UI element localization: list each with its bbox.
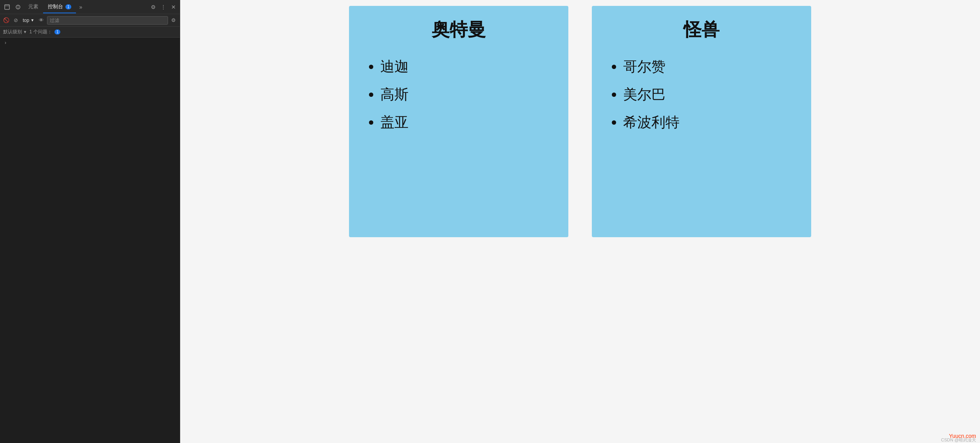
ultraman-title: 奥特曼: [365, 18, 553, 42]
chevron-down-icon: ▼: [31, 18, 34, 22]
more-tabs-icon[interactable]: »: [76, 2, 85, 12]
inspect-icon[interactable]: [2, 2, 13, 13]
list-item: 希波利特: [623, 113, 796, 132]
list-item: 迪迦: [380, 58, 553, 76]
tab-actions: ⚙ ⋮ ✕: [148, 2, 178, 12]
main-content: 奥特曼 迪迦 高斯 盖亚 怪兽 哥尔赞 美尔巴 希波利特: [180, 0, 980, 443]
devtools-toolbar: 🚫 ⊘ top ▼ 👁 ⚙: [0, 14, 180, 27]
list-item: 哥尔赞: [623, 58, 796, 76]
tab-console[interactable]: 控制台 1: [43, 1, 76, 13]
devtools-tabs-bar: 元素 控制台 1 » ⚙ ⋮ ✕: [0, 0, 180, 14]
device-icon[interactable]: [13, 2, 24, 13]
monster-card: 怪兽 哥尔赞 美尔巴 希波利特: [592, 6, 811, 237]
monster-list: 哥尔赞 美尔巴 希波利特: [608, 58, 796, 131]
issues-level-dropdown[interactable]: 默认级别 ▼: [3, 29, 27, 35]
issues-badge: 1: [54, 29, 61, 34]
more-options-icon[interactable]: ⋮: [159, 2, 168, 12]
tab-elements[interactable]: 元素: [24, 1, 43, 13]
devtools-panel: 元素 控制台 1 » ⚙ ⋮ ✕ 🚫 ⊘ top ▼ 👁 ⚙ 默认级别 ▼ 1 …: [0, 0, 180, 443]
close-icon[interactable]: ✕: [169, 2, 178, 12]
console-prompt[interactable]: ›: [3, 39, 11, 46]
gear-icon[interactable]: ⚙: [170, 16, 177, 24]
list-item: 美尔巴: [623, 85, 796, 104]
settings-icon[interactable]: ⚙: [148, 2, 158, 12]
console-content: ›: [0, 38, 180, 443]
filter-input[interactable]: [47, 16, 168, 25]
eye-icon[interactable]: 👁: [38, 16, 45, 24]
console-badge: 1: [65, 4, 72, 9]
filter-icon[interactable]: ⊘: [12, 16, 20, 24]
block-icon[interactable]: 🚫: [2, 16, 10, 24]
chevron-down-icon: ▼: [23, 30, 27, 34]
ultraman-card: 奥特曼 迪迦 高斯 盖亚: [349, 6, 568, 237]
issues-count: 1 个问题： 1: [29, 29, 61, 35]
list-item: 盖亚: [380, 113, 553, 132]
list-item: 高斯: [380, 85, 553, 104]
ultraman-list: 迪迦 高斯 盖亚: [365, 58, 553, 131]
svg-rect-0: [5, 5, 9, 9]
monster-title: 怪兽: [608, 18, 796, 42]
csdn-watermark: CSDN @暗武淦天: [941, 437, 976, 443]
issues-bar: 默认级别 ▼ 1 个问题： 1: [0, 27, 180, 38]
context-dropdown[interactable]: top ▼: [21, 17, 36, 24]
